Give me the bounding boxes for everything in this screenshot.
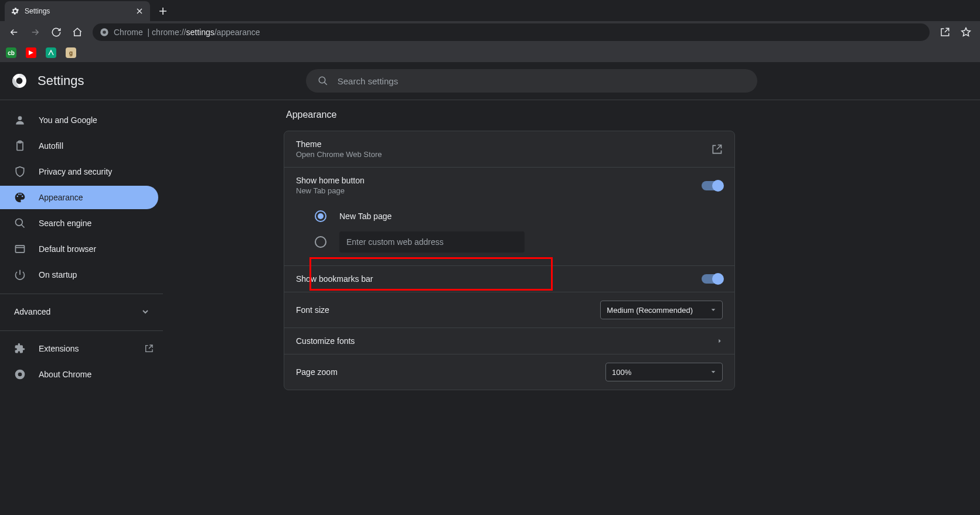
settings-page: Settings Search settings You and Google … xyxy=(0,62,980,515)
bookmark-favicon[interactable] xyxy=(26,47,36,58)
home-button[interactable] xyxy=(68,23,87,42)
svg-point-1 xyxy=(103,30,106,34)
sidebar-label: On startup xyxy=(39,270,77,279)
chevron-down-icon xyxy=(710,369,716,375)
row-customize-fonts[interactable]: Customize fonts xyxy=(284,328,734,354)
row-title: Page zoom xyxy=(296,367,605,377)
browser-tab[interactable]: Settings xyxy=(5,1,150,21)
app-header: Settings Search settings xyxy=(0,62,980,100)
row-title: Customize fonts xyxy=(296,336,717,346)
select-value: 100% xyxy=(612,368,631,377)
radio-unselected-icon xyxy=(315,236,326,248)
sidebar-item-search-engine[interactable]: Search engine xyxy=(0,212,166,235)
open-external-icon xyxy=(144,344,154,353)
sidebar-item-extensions[interactable]: Extensions xyxy=(0,337,166,360)
row-subtitle: Open Chrome Web Store xyxy=(296,150,711,159)
row-page-zoom: Page zoom 100% xyxy=(284,354,734,390)
svg-point-5 xyxy=(18,116,22,120)
sidebar-label: Default browser xyxy=(39,244,96,254)
chevron-right-icon xyxy=(717,338,723,344)
bookmarks-toggle[interactable] xyxy=(702,274,723,284)
row-home-button: Show home button New Tab page xyxy=(284,167,734,203)
svg-rect-9 xyxy=(16,245,25,253)
browser-icon xyxy=(14,243,26,255)
gear-icon xyxy=(11,6,20,16)
tab-title: Settings xyxy=(25,7,50,15)
new-tab-button[interactable] xyxy=(155,3,171,19)
sidebar-item-about[interactable]: About Chrome xyxy=(0,363,166,386)
row-title: Show bookmarks bar xyxy=(296,274,702,284)
row-title: Show home button xyxy=(296,176,702,185)
back-button[interactable] xyxy=(5,23,23,42)
sidebar-label: Privacy and security xyxy=(39,167,112,176)
chrome-logo-icon xyxy=(12,73,27,88)
puzzle-icon xyxy=(14,343,26,354)
chrome-icon xyxy=(100,28,109,37)
settings-sidebar: You and Google Autofill Privacy and secu… xyxy=(0,100,166,515)
sidebar-label: Appearance xyxy=(39,193,83,202)
chevron-down-icon xyxy=(142,308,149,315)
chrome-icon xyxy=(14,369,26,380)
sidebar-label: You and Google xyxy=(39,115,97,125)
row-theme[interactable]: Theme Open Chrome Web Store xyxy=(284,131,734,167)
divider xyxy=(0,330,163,331)
row-bookmarks-bar: Show bookmarks bar xyxy=(284,265,734,292)
browser-toolbar: Chrome | chrome://settings/appearance xyxy=(0,21,980,43)
svg-point-4 xyxy=(319,77,325,83)
sidebar-item-autofill[interactable]: Autofill xyxy=(0,134,166,158)
chevron-down-icon xyxy=(710,307,716,313)
sidebar-advanced[interactable]: Advanced xyxy=(0,300,163,323)
advanced-label: Advanced xyxy=(14,307,50,316)
share-icon[interactable] xyxy=(935,23,954,42)
search-placeholder: Search settings xyxy=(338,76,398,86)
radio-custom-url[interactable] xyxy=(315,229,723,255)
person-icon xyxy=(14,114,26,126)
forward-button xyxy=(26,23,45,42)
sidebar-item-privacy[interactable]: Privacy and security xyxy=(0,160,166,183)
sidebar-item-appearance[interactable]: Appearance xyxy=(0,186,158,209)
row-font-size: Font size Medium (Recommended) xyxy=(284,292,734,328)
row-subtitle: New Tab page xyxy=(296,186,702,195)
sidebar-item-default-browser[interactable]: Default browser xyxy=(0,237,166,261)
settings-main: Appearance Theme Open Chrome Web Store xyxy=(166,100,980,515)
radio-selected-icon xyxy=(315,210,326,222)
sidebar-item-you-and-google[interactable]: You and Google xyxy=(0,108,166,132)
font-size-select[interactable]: Medium (Recommended) xyxy=(600,301,723,319)
custom-url-input[interactable] xyxy=(339,231,525,253)
clipboard-icon xyxy=(14,140,26,152)
tab-strip: Settings xyxy=(0,0,980,21)
bookmarks-bar: cb g xyxy=(0,43,980,62)
bookmark-favicon[interactable]: cb xyxy=(6,47,16,58)
radio-new-tab[interactable]: New Tab page xyxy=(315,203,723,229)
search-settings-input[interactable]: Search settings xyxy=(306,69,757,93)
search-icon xyxy=(318,76,328,86)
home-button-toggle[interactable] xyxy=(702,181,723,190)
svg-point-3 xyxy=(16,78,23,84)
bookmark-favicon[interactable]: g xyxy=(66,47,76,58)
open-external-icon[interactable] xyxy=(711,144,723,155)
search-icon xyxy=(14,217,26,229)
bookmark-star-icon[interactable] xyxy=(957,23,975,42)
row-title: Font size xyxy=(296,305,600,315)
sidebar-label: Search engine xyxy=(39,219,91,228)
sidebar-label: Autofill xyxy=(39,141,63,151)
palette-icon xyxy=(14,192,26,203)
zoom-select[interactable]: 100% xyxy=(605,363,723,381)
bookmark-favicon[interactable] xyxy=(46,47,56,58)
page-title: Settings xyxy=(38,73,84,88)
reload-button[interactable] xyxy=(47,23,66,42)
sidebar-label: About Chrome xyxy=(39,370,91,379)
address-bar[interactable]: Chrome | chrome://settings/appearance xyxy=(93,23,930,41)
power-icon xyxy=(14,269,26,281)
select-value: Medium (Recommended) xyxy=(607,306,693,315)
shield-icon xyxy=(14,166,26,178)
svg-point-8 xyxy=(16,219,23,226)
sidebar-item-on-startup[interactable]: On startup xyxy=(0,263,166,287)
sidebar-label: Extensions xyxy=(39,344,79,353)
section-title: Appearance xyxy=(286,110,735,120)
row-title: Theme xyxy=(296,139,711,149)
close-icon[interactable] xyxy=(135,6,144,16)
radio-label: New Tab page xyxy=(339,212,392,221)
home-button-options: New Tab page xyxy=(284,203,734,265)
appearance-card: Theme Open Chrome Web Store Show home bu… xyxy=(284,131,735,390)
